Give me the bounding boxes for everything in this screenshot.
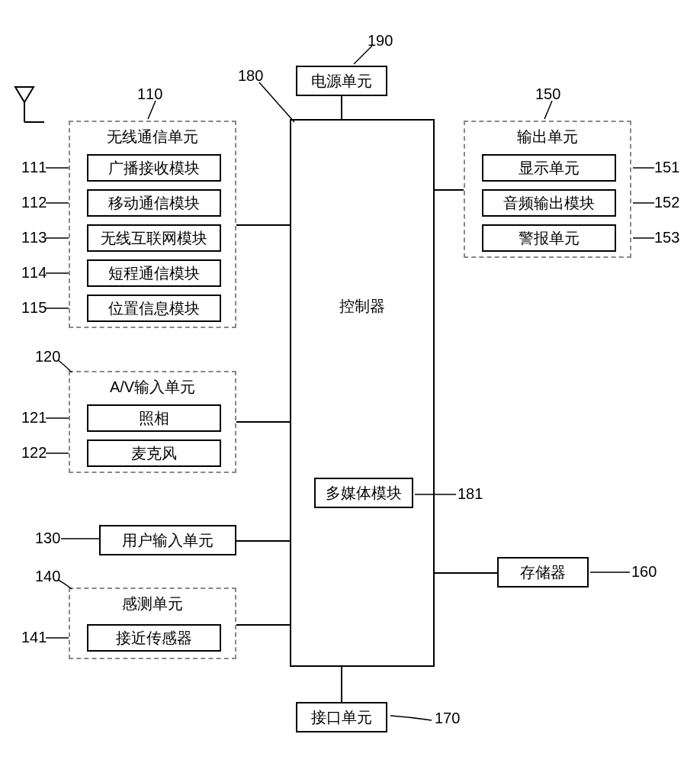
ref-170: 170 [435, 710, 460, 727]
interface-label: 接口单元 [311, 707, 372, 728]
sensing-unit-title: 感测单元 [70, 594, 235, 614]
multimedia-block: 多媒体模块 [314, 478, 413, 508]
wireless-net-block: 无线互联网模块 [87, 224, 221, 252]
lead-152 [631, 200, 656, 206]
camera-block: 照相 [87, 404, 221, 432]
user-input-label: 用户输入单元 [122, 530, 214, 551]
memory-block: 存储器 [497, 557, 589, 588]
ref-190: 190 [368, 32, 393, 50]
interface-block: 接口单元 [296, 702, 387, 732]
conn-power-controller [341, 96, 342, 119]
broadcast-rx-block: 广播接收模块 [87, 154, 221, 182]
audio-out-block: 音频输出模块 [482, 189, 616, 217]
ref-110: 110 [137, 85, 162, 103]
lead-151 [631, 165, 656, 171]
power-unit-block: 电源单元 [296, 66, 387, 96]
controller-block: 控制器 多媒体模块 [290, 119, 435, 667]
lead-121 [44, 415, 70, 421]
ref-151: 151 [654, 159, 679, 176]
location-info-block: 位置信息模块 [87, 295, 221, 322]
ref-141: 141 [21, 629, 47, 646]
av-unit-title: A/V输入单元 [70, 377, 235, 398]
display-block: 显示单元 [482, 154, 616, 182]
location-info-label: 位置信息模块 [108, 298, 200, 319]
conn-controller-memory [435, 572, 497, 574]
av-unit-group: A/V输入单元 照相 麦克风 [69, 371, 236, 473]
lead-111 [44, 165, 70, 171]
ref-140: 140 [35, 568, 60, 585]
wireless-unit-title: 无线通信单元 [70, 127, 235, 147]
ref-115: 115 [21, 299, 47, 317]
display-label: 显示单元 [519, 158, 580, 179]
microphone-label: 麦克风 [131, 443, 177, 464]
mobile-comm-label: 移动通信模块 [108, 193, 200, 214]
ref-122: 122 [21, 444, 47, 462]
ref-180: 180 [238, 67, 263, 85]
multimedia-label: 多媒体模块 [326, 483, 402, 504]
lead-122 [44, 450, 70, 456]
ref-111: 111 [21, 159, 47, 176]
sensing-unit-group: 感测单元 接近传感器 [69, 588, 236, 659]
ref-153: 153 [654, 229, 679, 246]
ref-130: 130 [35, 530, 60, 547]
lead-113 [44, 235, 70, 241]
alarm-block: 警报单元 [482, 224, 616, 252]
wireless-net-label: 无线互联网模块 [101, 228, 207, 249]
conn-userinput-controller [236, 540, 290, 542]
lead-130 [59, 536, 101, 542]
ref-113: 113 [21, 229, 47, 246]
ref-121: 121 [21, 409, 47, 427]
user-input-block: 用户输入单元 [99, 525, 236, 555]
ref-114: 114 [21, 264, 47, 282]
output-unit-title: 输出单元 [465, 127, 630, 147]
svg-marker-0 [15, 87, 34, 102]
ref-150: 150 [535, 85, 560, 103]
conn-controller-output [435, 189, 464, 191]
lead-114 [44, 270, 70, 276]
ref-120: 120 [35, 348, 60, 365]
conn-controller-interface [341, 667, 342, 702]
lead-170 [389, 713, 435, 723]
proximity-label: 接近传感器 [116, 628, 192, 649]
ref-112: 112 [21, 194, 47, 211]
controller-label: 控制器 [291, 296, 433, 317]
short-range-block: 短程通信模块 [87, 259, 221, 287]
ref-160: 160 [631, 563, 657, 581]
conn-av-controller [236, 421, 290, 423]
antenna-icon [14, 85, 44, 131]
broadcast-rx-label: 广播接收模块 [108, 158, 200, 179]
audio-out-label: 音频输出模块 [503, 193, 595, 214]
camera-label: 照相 [139, 408, 169, 429]
conn-wireless-controller [236, 224, 290, 226]
microphone-block: 麦克风 [87, 439, 221, 467]
lead-160 [589, 569, 631, 575]
alarm-label: 警报单元 [519, 228, 580, 249]
lead-153 [631, 235, 656, 241]
power-unit-label: 电源单元 [311, 71, 372, 92]
ref-181: 181 [458, 485, 483, 503]
ref-152: 152 [654, 194, 679, 211]
output-unit-group: 输出单元 显示单元 音频输出模块 警报单元 [464, 121, 631, 258]
proximity-block: 接近传感器 [87, 624, 221, 652]
short-range-label: 短程通信模块 [108, 263, 200, 284]
mobile-comm-block: 移动通信模块 [87, 189, 221, 217]
wireless-unit-group: 无线通信单元 广播接收模块 移动通信模块 无线互联网模块 短程通信模块 位置信息… [69, 121, 236, 328]
lead-141 [44, 635, 70, 641]
lead-115 [44, 305, 70, 311]
memory-label: 存储器 [520, 562, 566, 583]
lead-112 [44, 200, 70, 206]
conn-sensing-controller [236, 624, 290, 626]
